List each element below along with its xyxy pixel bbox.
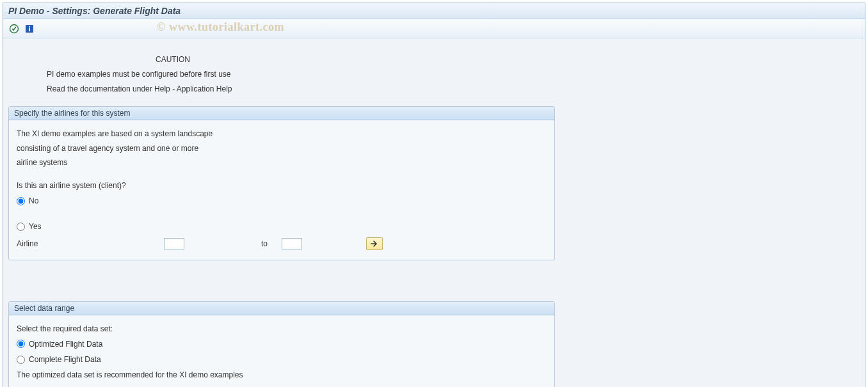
radio-optimized-label: Optimized Flight Data xyxy=(29,337,102,351)
arrow-right-icon xyxy=(370,240,379,248)
radio-optimized-input[interactable] xyxy=(17,340,25,348)
data-range-prompt: Select the required data set: xyxy=(17,322,547,336)
desc-line-1: The XI demo examples are based on a syst… xyxy=(17,127,547,141)
airlines-group-header: Specify the airlines for this system xyxy=(9,107,554,120)
airline-to-input[interactable] xyxy=(282,238,302,249)
caution-line-1: PI demo examples must be configured befo… xyxy=(8,67,860,82)
radio-yes-label: Yes xyxy=(29,219,42,233)
desc-line-3: airline systems xyxy=(17,155,547,170)
data-range-group-body: Select the required data set: Optimized … xyxy=(9,315,554,387)
desc-line-2: consisting of a travel agency system and… xyxy=(17,141,547,155)
main-window: PI Demo - Settings: Generate Flight Data… xyxy=(3,3,865,387)
svg-rect-2 xyxy=(29,26,30,28)
radio-complete-input[interactable] xyxy=(17,356,25,364)
caution-title: CAUTION xyxy=(8,52,860,67)
radio-no-input[interactable] xyxy=(17,197,25,205)
data-range-group-header: Select data range xyxy=(9,302,554,315)
radio-yes-row[interactable]: Yes xyxy=(17,219,547,233)
airlines-group-body: The XI demo examples are based on a syst… xyxy=(9,120,554,259)
title-bar: PI Demo - Settings: Generate Flight Data xyxy=(3,3,865,19)
airline-field-label: Airline xyxy=(17,237,157,251)
content-area: CAUTION PI demo examples must be configu… xyxy=(3,38,865,387)
data-range-group: Select data range Select the required da… xyxy=(8,301,555,387)
info-icon[interactable] xyxy=(24,23,35,35)
multiple-selection-button[interactable] xyxy=(366,237,383,250)
airlines-group: Specify the airlines for this system The… xyxy=(8,106,555,260)
caution-line-2: Read the documentation under Help - Appl… xyxy=(8,82,860,97)
radio-no-label: No xyxy=(29,194,38,208)
radio-no-row[interactable]: No xyxy=(17,194,547,208)
radio-complete-row[interactable]: Complete Flight Data xyxy=(17,352,547,367)
airline-question: Is this an airline system (client)? xyxy=(17,178,547,193)
airline-from-input[interactable] xyxy=(164,238,184,249)
execute-icon[interactable] xyxy=(8,23,20,35)
data-range-hint: The optimized data set is recommended fo… xyxy=(17,368,547,382)
radio-yes-input[interactable] xyxy=(17,223,25,231)
radio-optimized-row[interactable]: Optimized Flight Data xyxy=(17,337,547,351)
window-title: PI Demo - Settings: Generate Flight Data xyxy=(8,6,181,16)
watermark-text: © www.tutorialkart.com xyxy=(157,20,284,34)
svg-rect-3 xyxy=(29,28,30,31)
toolbar: © www.tutorialkart.com xyxy=(3,19,865,38)
to-label: to xyxy=(261,237,275,251)
airline-range-row: Airline to xyxy=(17,237,547,251)
caution-block: CAUTION PI demo examples must be configu… xyxy=(8,41,860,106)
radio-complete-label: Complete Flight Data xyxy=(29,352,101,367)
